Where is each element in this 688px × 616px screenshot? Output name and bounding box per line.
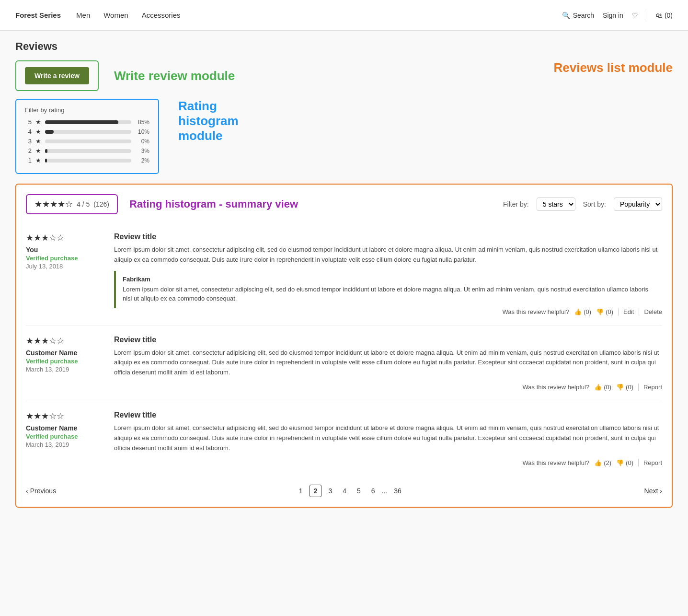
brand-reply: Fabrikam Lorem ipsum dolor sit amet, con… xyxy=(114,271,662,308)
page-number-4[interactable]: 4 xyxy=(339,485,350,497)
histogram-bar-bg xyxy=(45,159,131,163)
next-label: Next xyxy=(644,487,658,495)
reviews-list-box: ★★★★☆ 4 / 5 (126) Rating histogram - sum… xyxy=(15,184,673,508)
histogram-rows: 5 ★ 85% 4 ★ 10% 3 ★ 0% 2 ★ 3% 1 ★ 2% xyxy=(25,118,149,164)
review-layout: ★★★☆☆ Customer Name Verified purchase Ma… xyxy=(26,336,662,391)
summary-row: ★★★★☆ 4 / 5 (126) Rating histogram - sum… xyxy=(26,194,662,214)
action-report-button[interactable]: Report xyxy=(643,384,662,391)
page-number-3[interactable]: 3 xyxy=(324,485,336,497)
thumbs-down-count: (0) xyxy=(626,384,633,391)
histogram-filter-label: Filter by rating xyxy=(25,106,149,114)
thumbs-up-button[interactable]: 👍 (0) xyxy=(594,384,611,391)
verified-badge: Verified purchase xyxy=(26,255,103,262)
summary-label: Rating histogram - summary view xyxy=(129,198,298,210)
top-area: Write a review Write review module Filte… xyxy=(15,60,673,184)
reviews-container: ★★★☆☆ You Verified purchase July 13, 201… xyxy=(26,223,662,476)
review-body: Lorem ipsum dolor sit amet, consectetur … xyxy=(114,245,662,265)
summary-count: (126) xyxy=(93,200,109,208)
brand-reply-body: Lorem ipsum dolor sit amet, consectetur … xyxy=(123,285,655,303)
histogram-bar-bg xyxy=(45,120,131,124)
page-content: Reviews Write a review Write review modu… xyxy=(0,31,688,517)
page-number-5[interactable]: 5 xyxy=(353,485,365,497)
histogram-pct: 0% xyxy=(135,138,149,145)
prev-button[interactable]: ‹ Previous xyxy=(26,487,56,495)
page-number-1[interactable]: 1 xyxy=(295,485,307,497)
thumbs-down-icon: 👎 xyxy=(596,308,604,315)
histogram-bar-bg xyxy=(45,149,131,153)
reviewer-name: Customer Name xyxy=(26,349,103,357)
next-button[interactable]: Next › xyxy=(644,487,662,495)
thumbs-down-button[interactable]: 👎 (0) xyxy=(616,384,633,391)
filter-select[interactable]: 5 stars 4 stars 3 stars All xyxy=(537,198,575,211)
cart-count: (0) xyxy=(665,12,673,19)
thumbs-down-button[interactable]: 👎 (0) xyxy=(616,459,633,466)
thumbs-up-button[interactable]: 👍 (0) xyxy=(574,308,591,315)
filter-sort: Filter by: 5 stars 4 stars 3 stars All S… xyxy=(503,198,662,211)
right-col: Reviews list module xyxy=(239,60,673,79)
cart-button[interactable]: 🛍 (0) xyxy=(656,12,673,19)
thumbs-down-button[interactable]: 👎 (0) xyxy=(596,308,613,315)
page-number-36[interactable]: 36 xyxy=(390,485,405,497)
reviews-list-module-label: Reviews list module xyxy=(239,60,673,75)
write-review-button[interactable]: Write a review xyxy=(25,67,89,84)
signin-button[interactable]: Sign in xyxy=(603,12,623,19)
review-content: Review title Lorem ipsum dolor sit amet,… xyxy=(114,232,662,316)
histogram-pct: 10% xyxy=(135,128,149,135)
thumbs-down-count: (0) xyxy=(626,459,633,466)
action-edit-button[interactable]: Edit xyxy=(623,308,634,315)
write-review-module-label: Write review module xyxy=(114,69,235,83)
helpful-label: Was this review helpful? xyxy=(523,459,590,466)
page-number-6[interactable]: 6 xyxy=(367,485,379,497)
thumbs-up-icon: 👍 xyxy=(574,308,582,315)
helpful-divider xyxy=(638,459,639,466)
page-numbers: 123456...36 xyxy=(295,485,405,497)
page-number-2[interactable]: 2 xyxy=(310,485,322,497)
prev-label: Previous xyxy=(30,487,56,495)
helpful-row: Was this review helpful? 👍 (0) 👎 (0) Edi… xyxy=(114,308,662,316)
chevron-left-icon: ‹ xyxy=(26,487,28,495)
nav-links: Men Women Accessories xyxy=(76,11,180,19)
thumbs-up-icon: 👍 xyxy=(594,384,602,391)
thumbs-down-icon: 👎 xyxy=(616,384,624,391)
review-meta: ★★★☆☆ Customer Name Verified purchase Ma… xyxy=(26,336,103,391)
helpful-label: Was this review helpful? xyxy=(503,308,570,315)
chevron-right-icon: › xyxy=(660,487,662,495)
histogram-bar-fill xyxy=(45,130,54,134)
write-review-area: Write a review Write review module xyxy=(15,60,239,91)
review-stars: ★★★☆☆ xyxy=(26,411,103,421)
histogram-bar-bg xyxy=(45,139,131,143)
star-icon: ★ xyxy=(35,128,41,135)
search-icon: 🔍 xyxy=(562,12,570,19)
thumbs-up-count: (0) xyxy=(604,384,611,391)
star-label: 1 xyxy=(25,157,32,164)
histogram-row: 3 ★ 0% xyxy=(25,138,149,145)
reviewer-name: You xyxy=(26,246,103,254)
summary-left: ★★★★☆ 4 / 5 (126) xyxy=(26,194,118,214)
star-icon: ★ xyxy=(35,118,41,126)
filter-by-label: Filter by: xyxy=(503,200,529,208)
page-ellipsis: ... xyxy=(382,487,388,495)
search-button[interactable]: 🔍 Search xyxy=(562,12,594,19)
brand-name: Fabrikam xyxy=(123,276,655,283)
left-col: Write a review Write review module Filte… xyxy=(15,60,239,184)
action-delete-button[interactable]: Delete xyxy=(644,308,662,315)
histogram-bar-fill xyxy=(45,149,47,153)
review-stars: ★★★☆☆ xyxy=(26,232,103,243)
nav-accessories[interactable]: Accessories xyxy=(142,11,181,19)
review-item: ★★★☆☆ Customer Name Verified purchase Ma… xyxy=(26,326,662,401)
navbar-right: 🔍 Search Sign in ♡ 🛍 (0) xyxy=(562,9,673,22)
review-title: Review title xyxy=(114,411,662,419)
histogram-pct: 3% xyxy=(135,148,149,154)
navbar: Forest Series Men Women Accessories 🔍 Se… xyxy=(0,0,688,31)
thumbs-up-count: (0) xyxy=(584,308,591,315)
nav-women[interactable]: Women xyxy=(103,11,128,19)
thumbs-up-button[interactable]: 👍 (2) xyxy=(594,459,611,466)
write-review-box: Write a review xyxy=(15,60,99,91)
sort-select[interactable]: Popularity Newest Oldest xyxy=(614,198,662,211)
star-label: 3 xyxy=(25,138,32,145)
reviewer-name: Customer Name xyxy=(26,424,103,432)
nav-men[interactable]: Men xyxy=(76,11,90,19)
action-divider xyxy=(639,308,639,316)
action-report-button[interactable]: Report xyxy=(643,459,662,466)
summary-score: 4 / 5 xyxy=(77,200,90,208)
